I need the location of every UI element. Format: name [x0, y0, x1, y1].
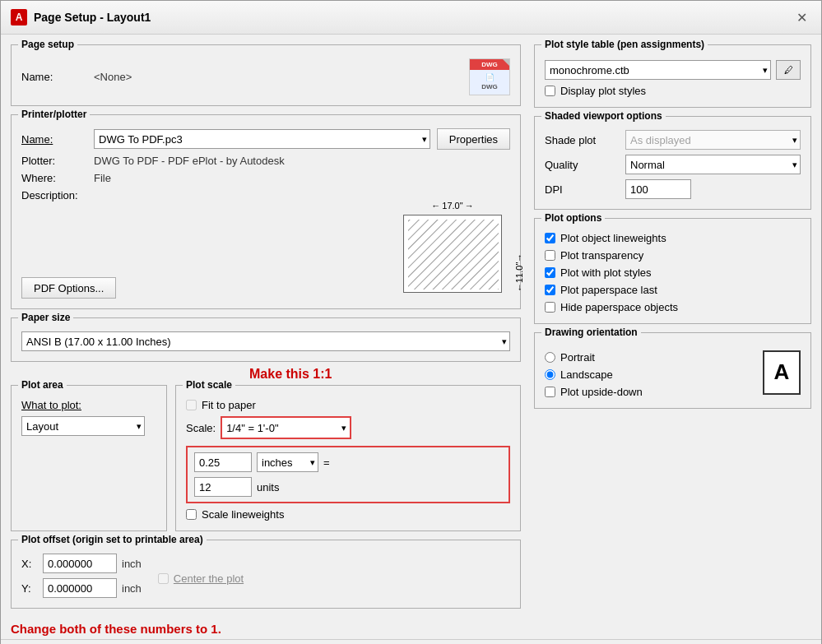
- what-to-plot-wrapper: Layout: [21, 416, 145, 436]
- inches-input[interactable]: [194, 452, 252, 472]
- plot-lineweights-label: Plot object lineweights: [560, 232, 666, 244]
- name-row: Name: <None> DWG 📄DWG: [21, 58, 510, 95]
- dwg-icon: DWG 📄DWG: [469, 58, 510, 95]
- scale-highlight-box: 1/4" = 1'-0": [221, 416, 351, 439]
- scale-row: Scale: 1/4" = 1'-0": [186, 416, 510, 439]
- shade-plot-wrapper: As displayed: [625, 130, 801, 150]
- paper-preview: ← 17.0" → ← 11.0" →: [395, 208, 510, 299]
- page-setup-dialog: A Page Setup - Layout1 ✕ Page setup Name…: [0, 0, 822, 644]
- title-bar-left: A Page Setup - Layout1: [11, 9, 151, 25]
- inches-row: inches =: [194, 452, 502, 472]
- scale-label: Scale:: [186, 422, 216, 434]
- name-label: Name:: [21, 71, 87, 83]
- close-button[interactable]: ✕: [792, 7, 811, 27]
- display-plot-styles-row: Display plot styles: [545, 85, 801, 97]
- fit-to-paper-check[interactable]: [186, 400, 197, 410]
- plot-scale-group: Plot scale Fit to paper Scale: 1/4" = 1'…: [175, 385, 521, 531]
- drawing-orientation-label: Drawing orientation: [541, 327, 641, 338]
- quality-row: Quality Normal: [545, 155, 801, 174]
- plot-area-group: Plot area What to plot: Layout: [11, 385, 167, 531]
- svg-rect-1: [408, 220, 499, 290]
- properties-button[interactable]: Properties: [437, 128, 510, 150]
- x-label: X:: [21, 558, 38, 570]
- scale-value-box: inches = units: [186, 446, 510, 503]
- landscape-row: Landscape: [545, 368, 755, 381]
- plot-style-edit-btn[interactable]: 🖊: [776, 60, 801, 80]
- shade-plot-row: Shade plot As displayed: [545, 130, 801, 150]
- page-setup-label: Page setup: [18, 39, 77, 50]
- plot-style-select[interactable]: monochrome.ctb: [545, 60, 771, 80]
- plot-style-wrapper: monochrome.ctb: [545, 60, 771, 80]
- center-plot-check[interactable]: [158, 573, 169, 584]
- center-plot-label: Center the plot: [174, 572, 244, 585]
- landscape-radio[interactable]: [545, 369, 555, 380]
- bottom-bar: Preview... OK Cancel Help: [1, 639, 821, 644]
- plot-options-group: Plot options Plot object lineweights Plo…: [534, 218, 811, 324]
- plot-scale-label: Plot scale: [183, 379, 235, 391]
- inches-unit-select[interactable]: inches: [257, 452, 318, 472]
- quality-select[interactable]: Normal: [625, 155, 801, 174]
- inches-unit-wrapper: inches: [257, 452, 318, 472]
- printer-plotter-label: Printer/plotter: [18, 109, 90, 120]
- offset-inner: X: inch Y: inch Center the plot: [21, 554, 510, 598]
- pdf-options-button[interactable]: PDF Options...: [21, 277, 116, 299]
- preview-paper: ← 17.0" → ← 11.0" →: [403, 215, 502, 293]
- hide-paperspace-check[interactable]: [545, 302, 555, 313]
- landscape-label: Landscape: [560, 368, 613, 381]
- paper-size-wrapper: ANSI B (17.00 x 11.00 Inches): [21, 331, 510, 351]
- units-input[interactable]: [194, 477, 252, 497]
- plot-style-table-label: Plot style table (pen assignments): [541, 39, 708, 50]
- plot-area-scale-row: Plot area What to plot: Layout Plo: [11, 385, 521, 531]
- printer-select-wrapper: DWG To PDF.pc3: [94, 129, 430, 149]
- plot-paperspace-last-label: Plot paperspace last: [560, 284, 657, 296]
- display-plot-styles-check[interactable]: [545, 86, 555, 96]
- where-label: Where:: [21, 172, 87, 184]
- plot-with-styles-check[interactable]: [545, 267, 555, 278]
- printer-name-row: Name: DWG To PDF.pc3 Properties: [21, 128, 510, 150]
- what-to-plot-select[interactable]: Layout: [21, 416, 145, 436]
- dpi-input[interactable]: [625, 179, 691, 199]
- plot-transparency-check[interactable]: [545, 250, 555, 261]
- page-setup-group: Page setup Name: <None> DWG 📄DWG: [11, 44, 521, 106]
- title-bar: A Page Setup - Layout1 ✕: [1, 1, 821, 35]
- shaded-viewport-label: Shaded viewport options: [541, 110, 666, 122]
- right-panel: Plot style table (pen assignments) monoc…: [521, 44, 811, 609]
- fit-to-paper-row: Fit to paper: [186, 399, 510, 411]
- shaded-viewport-group: Shaded viewport options Shade plot As di…: [534, 116, 811, 210]
- hide-paperspace-row: Hide paperspace objects: [545, 301, 801, 313]
- paper-size-row: ANSI B (17.00 x 11.00 Inches): [21, 331, 510, 351]
- scale-lineweights-label: Scale lineweights: [202, 508, 284, 521]
- y-input[interactable]: [43, 578, 117, 598]
- plot-upside-down-check[interactable]: [545, 387, 555, 397]
- where-value: File: [94, 172, 111, 184]
- portrait-radio[interactable]: [545, 352, 555, 363]
- plot-lineweights-check[interactable]: [545, 233, 555, 243]
- quality-label: Quality: [545, 159, 619, 171]
- dim-vertical: ← 11.0" →: [514, 215, 524, 292]
- plot-options-label: Plot options: [541, 212, 605, 224]
- scale-lineweights-row: Scale lineweights: [186, 508, 510, 521]
- shade-plot-select[interactable]: As displayed: [625, 130, 801, 150]
- plot-style-row: monochrome.ctb 🖊: [545, 60, 801, 80]
- x-row: X: inch: [21, 554, 142, 573]
- scale-lineweights-check[interactable]: [186, 509, 197, 520]
- x-unit: inch: [122, 558, 142, 570]
- paper-size-select[interactable]: ANSI B (17.00 x 11.00 Inches): [21, 331, 510, 351]
- x-input[interactable]: [43, 554, 117, 573]
- plot-style-table-group: Plot style table (pen assignments) monoc…: [534, 44, 811, 108]
- plot-with-styles-row: Plot with plot styles: [545, 266, 801, 279]
- printer-select[interactable]: DWG To PDF.pc3: [94, 129, 430, 149]
- orientation-options: Portrait Landscape Plot upside-down: [545, 346, 755, 398]
- quality-wrapper: Normal: [625, 155, 801, 174]
- fit-to-paper-label: Fit to paper: [202, 399, 256, 411]
- plot-paperspace-last-check[interactable]: [545, 285, 555, 295]
- scale-select[interactable]: 1/4" = 1'-0": [222, 418, 350, 438]
- scale-wrapper: 1/4" = 1'-0": [222, 418, 350, 438]
- what-to-plot-row: What to plot:: [21, 399, 156, 411]
- name-value: <None>: [94, 71, 132, 83]
- annotation-make11: Make this 1:1: [11, 367, 521, 382]
- plotter-label: Plotter:: [21, 155, 87, 167]
- hatch-svg: [404, 215, 501, 292]
- shade-plot-label: Shade plot: [545, 134, 619, 146]
- where-row: Where: File: [21, 172, 510, 184]
